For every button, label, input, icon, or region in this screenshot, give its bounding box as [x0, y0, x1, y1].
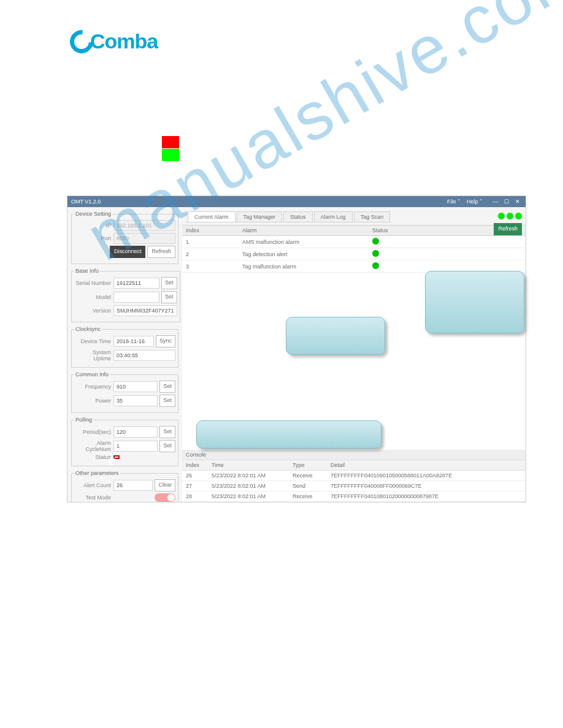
alarm-row[interactable]: 1 AMS malfunction alarm — [182, 236, 526, 248]
group-legend: Device Setting — [74, 211, 112, 217]
col-status: Status — [369, 226, 419, 235]
refresh-button[interactable]: Refresh — [147, 246, 175, 258]
group-legend: Base Info — [74, 268, 100, 274]
freq-label: Frequency — [74, 384, 113, 390]
pollstatus-highlight — [113, 455, 120, 459]
console-panel: Console Index Time Type Detail 26 5/23/2… — [182, 450, 526, 502]
serial-input[interactable]: 19122511 — [113, 278, 159, 289]
status-dot-icon — [515, 213, 522, 219]
status-dot-icon — [498, 213, 505, 219]
console-row: 26 5/23/2022 8:02:01 AM Receive 7EFFFFFF… — [182, 471, 526, 481]
brand-text: Comba — [90, 29, 158, 53]
testmode-label: Test Mode — [74, 495, 113, 501]
group-base-info: Base Info Serial Number 19122511 Set Mod… — [71, 268, 180, 322]
brand-logo: Comba — [70, 29, 158, 53]
model-input[interactable] — [113, 292, 159, 303]
group-other: Other parameters Alert Count 26 Clear Te… — [71, 470, 178, 502]
tab-alarm-log[interactable]: Alarm Log — [314, 211, 353, 222]
power-label: Power — [74, 398, 113, 404]
group-legend: Common Info — [74, 371, 110, 377]
callout-bubble — [425, 271, 524, 333]
console-col-time: Time — [208, 460, 289, 470]
period-label: Period(sec) — [74, 429, 113, 435]
tab-tag-manager[interactable]: Tag Manager — [237, 211, 283, 222]
console-col-index: Index — [182, 460, 208, 470]
console-col-type: Type — [289, 460, 327, 470]
version-label: Version — [74, 308, 113, 314]
legend-green-square — [162, 149, 179, 161]
ip-label: IP — [74, 222, 113, 229]
window-maximize[interactable]: ☐ — [502, 199, 511, 205]
tab-status[interactable]: Status — [283, 211, 313, 222]
console-col-detail: Detail — [327, 460, 526, 470]
menu-help[interactable]: Help ˅ — [467, 199, 483, 205]
freq-set-button[interactable]: Set — [159, 381, 175, 393]
uptime-label: System Uptime — [74, 349, 113, 362]
main-refresh-button[interactable]: Refresh — [494, 223, 522, 235]
group-legend: Clocksync — [74, 326, 102, 332]
window-minimize[interactable]: — — [491, 199, 500, 205]
callout-bubble — [196, 420, 381, 449]
cycle-label: Alarm CycleNum — [74, 440, 113, 452]
alarm-row[interactable]: 2 Tag detection alert — [182, 248, 526, 260]
pollstatus-label: Status — [74, 454, 113, 460]
console-row: 28 5/23/2022 8:02:01 AM Receive 7EFFFFFF… — [182, 491, 526, 502]
port-input[interactable]: 8050 — [113, 233, 175, 244]
group-common-info: Common Info Frequency 910 Set Power 35 S… — [71, 371, 178, 413]
legend-red-square — [162, 136, 179, 148]
group-clocksync: Clocksync Device Time 2018-11-16 22:39:5… — [71, 326, 178, 368]
model-set-button[interactable]: Set — [161, 291, 177, 303]
testmode-toggle[interactable] — [155, 493, 175, 502]
console-row: 27 5/23/2022 8:02:01 AM Send 7EFFFFFFFF0… — [182, 481, 526, 491]
col-index: Index — [182, 226, 239, 235]
window-close[interactable]: ✕ — [513, 199, 522, 205]
freq-input[interactable]: 910 — [113, 381, 158, 392]
status-dots — [498, 213, 522, 219]
group-legend: Other parameters — [74, 470, 120, 476]
ip-input[interactable]: 192.168.1.101 — [113, 220, 175, 231]
menu-file[interactable]: File ˅ — [447, 199, 461, 205]
sync-button[interactable]: Sync — [156, 335, 175, 347]
devtime-input[interactable]: 2018-11-16 22:39:52 — [113, 336, 154, 347]
col-alarm: Alarm — [239, 226, 369, 235]
status-green-icon — [372, 250, 379, 257]
group-device-setting: Device Setting IP 192.168.1.101 Port 805… — [71, 211, 178, 264]
version-input[interactable]: SMJHMMI32F407Y271 — [113, 305, 177, 316]
tab-current-alarm[interactable]: Current Alarm — [188, 211, 236, 222]
serial-set-button[interactable]: Set — [161, 277, 177, 289]
window-title: OMT V1.2.0 — [71, 199, 101, 205]
status-green-icon — [372, 262, 379, 269]
power-set-button[interactable]: Set — [159, 395, 175, 407]
power-input[interactable]: 35 — [113, 395, 158, 406]
alertcount-label: Alert Count — [74, 482, 113, 488]
group-polling: Polling Period(sec) 120 Set Alarm CycleN… — [71, 417, 178, 466]
sidebar: Device Setting IP 192.168.1.101 Port 805… — [67, 207, 182, 502]
callout-bubble — [286, 317, 385, 355]
clear-button[interactable]: Clear — [155, 479, 175, 491]
period-input[interactable]: 120 — [113, 427, 158, 438]
disconnect-button[interactable]: Disconnect — [110, 246, 146, 258]
alertcount-input[interactable]: 26 — [113, 480, 153, 491]
cycle-set-button[interactable]: Set — [159, 440, 175, 452]
uptime-input[interactable]: 03:40:55 — [113, 350, 175, 361]
tab-tag-scan[interactable]: Tag Scan — [354, 211, 391, 222]
cycle-input[interactable]: 1 — [113, 441, 158, 452]
status-dot-icon — [507, 213, 513, 219]
group-legend: Polling — [74, 417, 93, 423]
model-label: Model — [74, 294, 113, 300]
status-green-icon — [372, 238, 379, 245]
port-label: Port — [74, 235, 113, 241]
titlebar: OMT V1.2.0 File ˅ Help ˅ — ☐ ✕ — [67, 196, 526, 207]
tabbar: Current Alarm Tag Manager Status Alarm L… — [186, 210, 392, 222]
devtime-label: Device Time — [74, 338, 113, 344]
console-caption: Console — [182, 450, 526, 460]
period-set-button[interactable]: Set — [159, 426, 175, 438]
serial-label: Serial Number — [74, 280, 113, 286]
